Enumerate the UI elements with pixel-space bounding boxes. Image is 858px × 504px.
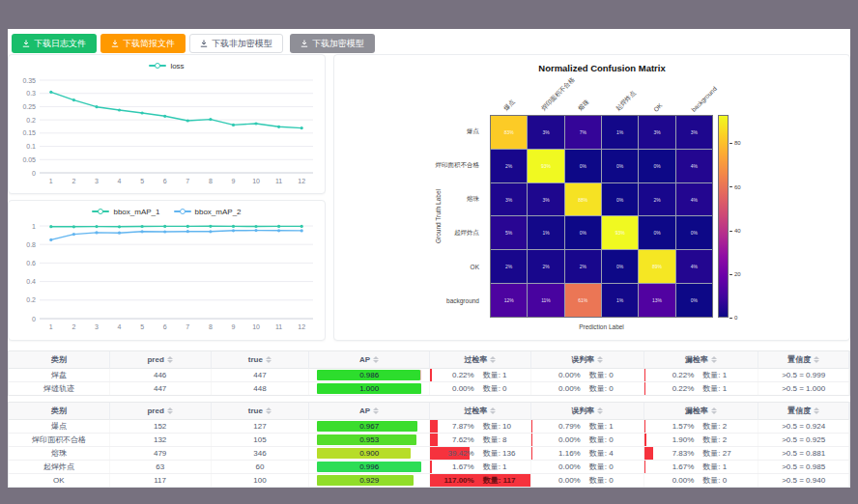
col-header-overkill[interactable]: 过检率 (430, 403, 531, 420)
matrix-cell: 93% (602, 216, 638, 249)
detection-table-1: 类别predtrueAP过检率误判率漏检率置信度焊盘4464470.9860.2… (8, 350, 850, 396)
sort-icon (490, 407, 496, 414)
svg-text:12: 12 (298, 323, 305, 330)
rate-count: 数量: 136 (474, 448, 530, 459)
download-icon (111, 40, 119, 47)
line-plot: 00.20.40.60.81123456789101112 (11, 220, 325, 338)
col-header-ap[interactable]: AP (309, 403, 430, 420)
true-cell: 60 (212, 461, 310, 473)
legend-item-bbox_mAP_1[interactable]: bbox_mAP_1 (92, 208, 159, 216)
miss-cell: 1.90%数量: 2 (644, 434, 759, 446)
col-header-label: pred (147, 355, 163, 364)
matrix-cell: 0% (639, 150, 674, 182)
rate-count: 数量: 1 (694, 383, 758, 394)
sort-icon (167, 356, 173, 363)
svg-text:4: 4 (118, 178, 122, 184)
confusion-matrix-grid: 83%3%7%1%3%3%2%93%0%0%0%4%3%3%88%0%2%4%5… (490, 115, 713, 318)
pred-cell: 447 (110, 382, 212, 395)
rate-count: 数量: 0 (581, 434, 644, 445)
misjudge-cell: 1.16%数量: 4 (531, 447, 644, 460)
col-header-true[interactable]: true (212, 351, 310, 369)
rate-percent: 0.00% (531, 435, 581, 444)
svg-text:7: 7 (186, 178, 189, 184)
rate-count: 数量: 2 (694, 421, 758, 432)
sort-icon (814, 407, 819, 414)
matrix-cell-value: 0% (616, 163, 623, 169)
ap-cell: 0.967 (309, 420, 430, 433)
legend-item-loss[interactable]: loss (149, 62, 184, 70)
matrix-cell: 2% (639, 183, 674, 216)
rate-count: 数量: 10 (474, 421, 530, 432)
table-body: 爆点1521270.9677.87%数量: 100.79%数量: 11.57%数… (9, 420, 849, 487)
col-header-true[interactable]: true (212, 403, 310, 420)
matrix-cell: 2% (528, 250, 563, 283)
matrix-cell: 3% (676, 116, 712, 149)
colorbar-tick: 60 (729, 184, 741, 190)
sort-icon (711, 356, 717, 363)
matrix-cell-value: 0% (580, 163, 586, 169)
misjudge-cell: 0.00%数量: 0 (531, 382, 644, 395)
ap-bar: 0.996 (317, 462, 421, 472)
miss-cell: 0.00%数量: 0 (644, 474, 759, 487)
matrix-row-label: 熔珠 (334, 182, 484, 216)
ap-value: 0.929 (317, 475, 421, 486)
rate-count: 数量: 27 (694, 448, 758, 459)
col-header-pred[interactable]: pred (110, 403, 212, 420)
class-name-cell: 熔珠 (9, 447, 110, 460)
svg-text:3: 3 (95, 323, 99, 330)
sort-icon (597, 407, 603, 414)
miss-cell: 0.22%数量: 1 (644, 369, 759, 381)
col-header-overkill[interactable]: 过检率 (430, 351, 531, 369)
download-unencrypted-model-button[interactable]: 下载非加密模型 (189, 34, 283, 53)
ap-bar: 0.967 (317, 421, 421, 432)
svg-text:2: 2 (72, 323, 75, 330)
matrix-cell-value: 61% (578, 297, 587, 303)
download-encrypted-model-button[interactable]: 下载加密模型 (290, 34, 375, 53)
rate-percent: 0.00% (531, 476, 581, 485)
overkill-cell: 1.67%数量: 1 (430, 461, 531, 473)
col-header-pred[interactable]: pred (110, 351, 212, 369)
svg-text:4: 4 (118, 323, 122, 330)
col-header-confidence[interactable]: 置信度 (758, 403, 849, 420)
pred-cell: 479 (110, 447, 212, 460)
matrix-cell-value: 7% (580, 129, 586, 135)
svg-text:6: 6 (163, 323, 167, 330)
matrix-cell: 3% (491, 183, 527, 216)
col-header-confidence[interactable]: 置信度 (758, 351, 849, 369)
rate-count: 数量: 8 (474, 434, 530, 445)
download-log-button[interactable]: 下载日志文件 (12, 34, 97, 53)
matrix-cell: 89% (639, 250, 674, 283)
table-row: 熔珠4793460.90039.42%数量: 1361.16%数量: 47.83… (9, 447, 849, 461)
table-row: 起焊炸点63600.9961.67%数量: 10.00%数量: 01.67%数量… (9, 461, 849, 474)
matrix-cell: 3% (528, 116, 563, 149)
matrix-cell: 61% (565, 284, 601, 317)
confusion-matrix-column-labels: 爆点焊印面积不合格熔珠起焊炸点OKbackground (490, 55, 713, 115)
matrix-cell-value: 13% (652, 297, 662, 303)
matrix-cell-value: 3% (653, 129, 660, 135)
col-header-misjudge[interactable]: 误判率 (531, 403, 644, 420)
download-report-button[interactable]: 下载简报文件 (100, 34, 186, 53)
matrix-cell-value: 1% (616, 297, 623, 303)
ap-bar: 0.900 (317, 448, 421, 459)
pred-cell: 446 (110, 369, 212, 381)
true-cell: 447 (212, 369, 310, 381)
col-header-misjudge[interactable]: 误判率 (531, 351, 644, 369)
miss-cell: 0.22%数量: 1 (644, 382, 759, 395)
col-header-label: 置信度 (787, 354, 811, 365)
table-row: 焊缝轨迹4474481.0000.00%数量: 00.00%数量: 00.22%… (9, 382, 849, 395)
col-header-miss[interactable]: 漏检率 (644, 351, 759, 369)
class-name-cell: OK (9, 474, 110, 487)
map-chart-panel: bbox_mAP_1bbox_mAP_2 00.20.40.60.8112345… (8, 200, 326, 341)
matrix-cell: 2% (491, 150, 527, 182)
sort-icon (373, 356, 379, 363)
col-header-ap[interactable]: AP (309, 351, 430, 369)
rate-percent: 0.22% (644, 371, 695, 379)
matrix-cell-value: 2% (580, 264, 586, 269)
svg-text:0.2: 0.2 (26, 117, 36, 124)
matrix-cell: 4% (676, 150, 712, 182)
colorbar (718, 115, 729, 318)
matrix-cell: 0% (676, 284, 712, 317)
col-header-miss[interactable]: 漏检率 (644, 403, 759, 420)
matrix-cell-value: 11% (541, 297, 551, 303)
legend-item-bbox_mAP_2[interactable]: bbox_mAP_2 (174, 208, 242, 216)
